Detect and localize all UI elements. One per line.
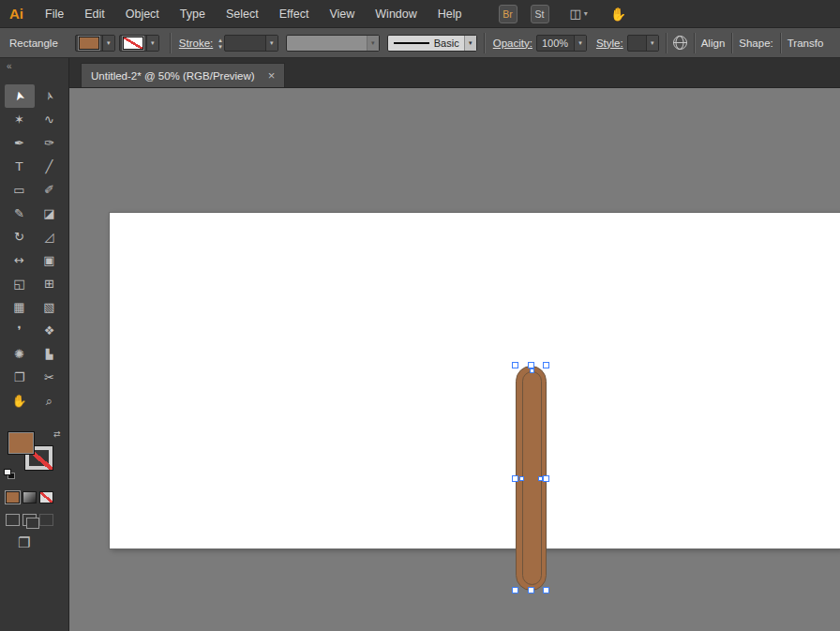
zoom-tool[interactable]: ⌕	[35, 389, 65, 413]
gradient-button[interactable]	[22, 491, 37, 503]
curvature-tool[interactable]: ✑	[35, 131, 65, 155]
menu-type[interactable]: Type	[170, 0, 216, 28]
gradient-tool[interactable]: ▧	[35, 295, 65, 319]
canvas-area[interactable]	[69, 88, 840, 631]
default-fill-stroke-icon[interactable]	[4, 469, 17, 480]
separator	[780, 33, 781, 53]
chevron-down-icon: ▾	[584, 9, 588, 18]
context-label: Rectangle	[9, 38, 58, 49]
swap-fill-stroke-icon[interactable]: ⇄	[53, 429, 61, 439]
fill-swatch[interactable]	[8, 431, 35, 455]
color-button[interactable]	[6, 491, 20, 503]
rotate-tool[interactable]: ↻	[5, 225, 35, 248]
align-panel-link[interactable]: Align	[701, 38, 726, 49]
slice-tool[interactable]: ✂	[35, 366, 65, 389]
close-icon[interactable]: ×	[268, 69, 276, 82]
menu-select[interactable]: Select	[216, 0, 269, 28]
direct-selection-tool[interactable]: ➢	[35, 84, 65, 108]
scale-tool[interactable]: ◿	[35, 225, 65, 248]
menu-effect[interactable]: Effect	[269, 0, 320, 28]
stroke-color-picker[interactable]: ▾	[119, 35, 159, 52]
selection-handle-mid-left[interactable]	[512, 475, 518, 482]
selection-handle-bottom-left[interactable]	[512, 587, 518, 593]
stroke-width-stepper[interactable]: ▴ ▾	[218, 37, 222, 50]
lasso-tool[interactable]: ∿	[35, 108, 65, 131]
selection-handle-mid-right[interactable]	[543, 475, 549, 482]
menu-view[interactable]: View	[319, 0, 365, 28]
illustrator-window: Ai File Edit Object Type Select Effect V…	[0, 0, 840, 631]
draw-behind-button[interactable]	[22, 514, 37, 526]
stepper-down-icon: ▾	[218, 43, 222, 50]
chevron-down-icon: ▾	[574, 36, 586, 51]
draw-inside-button[interactable]	[39, 514, 53, 526]
symbol-sprayer-tool[interactable]: ✺	[5, 342, 35, 366]
brush-definition-select[interactable]: ▾	[286, 35, 380, 52]
type-tool[interactable]: T	[5, 155, 35, 178]
document-tab[interactable]: Untitled-2* @ 50% (RGB/Preview) ×	[81, 63, 285, 87]
separator	[694, 33, 695, 53]
selection-handle-top-right[interactable]	[543, 362, 549, 368]
workspace-icon: ◫	[570, 7, 581, 21]
shape-panel-link[interactable]: Shape:	[739, 38, 772, 49]
bridge-button[interactable]: Br	[499, 5, 518, 23]
document-tab-title: Untitled-2* @ 50% (RGB/Preview)	[91, 70, 255, 82]
fill-color-picker[interactable]: ▾	[75, 35, 115, 52]
selection-handle-top-left[interactable]	[512, 362, 518, 368]
rectangle-tool[interactable]: ▭	[5, 178, 35, 202]
pencil-tool[interactable]: ✎	[5, 202, 35, 225]
artboard-tool[interactable]: ❐	[5, 366, 35, 389]
menu-window[interactable]: Window	[365, 0, 427, 28]
anchor-point[interactable]	[519, 476, 524, 481]
column-graph-tool[interactable]: ▙	[35, 342, 65, 366]
free-transform-tool[interactable]: ▣	[35, 248, 65, 272]
illustrator-logo[interactable]: Ai	[9, 6, 23, 22]
transform-panel-link[interactable]: Transfo	[788, 38, 824, 49]
line-segment-tool[interactable]: ╱	[35, 155, 65, 178]
stock-button[interactable]: St	[531, 5, 549, 23]
width-profile-preview	[394, 42, 429, 44]
menu-help[interactable]: Help	[428, 0, 472, 28]
gesture-icon[interactable]: ✋	[610, 7, 626, 22]
none-button[interactable]	[39, 491, 53, 503]
fill-swatch	[79, 37, 99, 50]
selection-handle-bottom-center[interactable]	[528, 587, 534, 593]
collapse-panel-icon[interactable]: «	[0, 58, 68, 84]
pen-tool[interactable]: ✒	[5, 131, 35, 155]
blend-tool[interactable]: ❖	[35, 319, 65, 342]
perspective-grid-tool[interactable]: ⊞	[35, 272, 65, 295]
draw-normal-button[interactable]	[6, 514, 20, 526]
style-panel-link[interactable]: Style:	[596, 38, 623, 49]
selection-tool[interactable]: ➤	[5, 84, 35, 108]
stroke-width-select[interactable]: ▾	[224, 35, 278, 52]
eyedropper-tool[interactable]: ❜	[5, 319, 35, 342]
workspace-switcher[interactable]: ◫ ▾	[570, 7, 588, 21]
graphic-style-select[interactable]: ▾	[627, 35, 659, 52]
selection-handle-top-center[interactable]	[528, 362, 534, 368]
hand-tool[interactable]: ✋	[5, 389, 35, 413]
paintbrush-tool[interactable]: ✐	[35, 178, 65, 202]
artboard[interactable]	[110, 213, 840, 548]
control-bar: Rectangle ▾ ▾ Stroke: ▴ ▾ ▾ ▾ Basic ▾	[0, 28, 840, 58]
globe-icon[interactable]	[673, 36, 687, 50]
shape-builder-tool[interactable]: ◱	[5, 272, 35, 295]
mesh-tool[interactable]: ▦	[5, 295, 35, 319]
width-tool[interactable]: ↔	[5, 248, 35, 272]
eraser-tool[interactable]: ◪	[35, 202, 65, 225]
menu-edit[interactable]: Edit	[74, 0, 115, 28]
stroke-panel-link[interactable]: Stroke:	[179, 38, 213, 49]
menu-object[interactable]: Object	[115, 0, 170, 28]
menu-file[interactable]: File	[35, 0, 74, 28]
chevron-down-icon: ▾	[367, 36, 379, 51]
selection-handle-bottom-right[interactable]	[543, 587, 549, 593]
magic-wand-tool[interactable]: ✶	[5, 108, 35, 131]
opacity-select[interactable]: 100% ▾	[536, 35, 587, 52]
separator	[484, 33, 485, 53]
menubar: Ai File Edit Object Type Select Effect V…	[0, 0, 840, 28]
opacity-value: 100%	[537, 38, 574, 49]
stroke-none-swatch	[123, 37, 143, 50]
anchor-point[interactable]	[538, 476, 543, 481]
anchor-point[interactable]	[530, 368, 534, 373]
variable-width-profile-select[interactable]: Basic ▾	[387, 35, 477, 52]
screen-mode-button[interactable]: ❐	[18, 534, 30, 551]
opacity-panel-link[interactable]: Opacity:	[493, 38, 532, 49]
